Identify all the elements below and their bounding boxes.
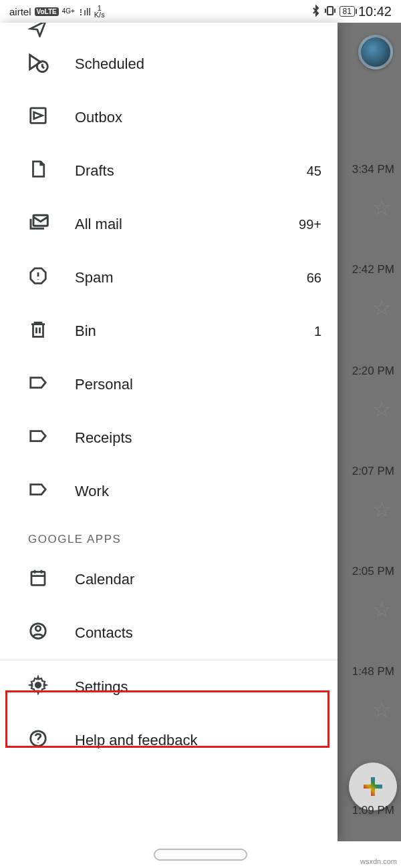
sidebar-item-label: Drafts xyxy=(75,162,307,180)
speed-unit: K/s xyxy=(94,11,105,18)
sidebar-item-count: 99+ xyxy=(299,217,321,232)
label-icon xyxy=(28,373,48,397)
sidebar-item-count: 66 xyxy=(307,270,321,286)
sidebar-item-label: All mail xyxy=(75,216,299,233)
outbox-icon xyxy=(28,105,48,130)
star-icon[interactable]: ☆ xyxy=(372,397,392,422)
status-left: airtel VoLTE 4G+ ⫶ıll 1 K/s xyxy=(9,5,105,18)
sidebar-item-label: Scheduled xyxy=(75,55,321,73)
section-header-google-apps: GOOGLE APPS xyxy=(0,518,338,553)
label-icon xyxy=(28,426,48,450)
sent-icon xyxy=(28,23,75,37)
sidebar-item-settings[interactable]: Settings xyxy=(0,660,338,714)
spam-icon xyxy=(28,266,48,290)
star-icon[interactable]: ☆ xyxy=(372,195,392,220)
status-bar: airtel VoLTE 4G+ ⫶ıll 1 K/s 81 10:42 xyxy=(0,0,401,23)
bg-time: 1:48 PM xyxy=(352,665,394,678)
sidebar-item-personal[interactable]: Personal xyxy=(0,358,338,411)
sidebar-item-calendar[interactable]: Calendar xyxy=(0,553,338,606)
sidebar-item-outbox[interactable]: Outbox xyxy=(0,91,338,144)
bg-time: 2:20 PM xyxy=(352,365,394,378)
sidebar-item-contacts[interactable]: Contacts xyxy=(0,606,338,660)
battery-indicator: 81 xyxy=(340,6,355,17)
background-inbox: 3:34 PM ☆ 2:42 PM ☆ 2:20 PM ☆ 2:07 PM ☆ … xyxy=(338,23,401,841)
bin-icon xyxy=(28,319,48,343)
calendar-icon xyxy=(28,568,48,592)
vibrate-icon xyxy=(324,5,336,19)
help-icon xyxy=(28,728,48,752)
bg-time: 2:42 PM xyxy=(352,263,394,276)
contacts-icon xyxy=(28,621,48,645)
allmail-icon xyxy=(28,212,49,237)
watermark: wsxdn.com xyxy=(360,857,397,865)
sidebar-item-sent[interactable] xyxy=(0,23,338,37)
volte-badge: VoLTE xyxy=(35,7,59,16)
sidebar-item-scheduled[interactable]: Scheduled xyxy=(0,37,338,91)
sidebar-item-count: 1 xyxy=(314,324,321,339)
bg-time: 3:34 PM xyxy=(352,163,394,176)
sidebar-item-drafts[interactable]: Drafts 45 xyxy=(0,144,338,198)
sidebar-item-receipts[interactable]: Receipts xyxy=(0,411,338,465)
sidebar-item-label: Bin xyxy=(75,322,314,340)
plus-icon xyxy=(364,777,382,796)
bg-time: 2:05 PM xyxy=(352,565,394,578)
gear-icon xyxy=(28,675,48,699)
sidebar-item-label: Calendar xyxy=(75,571,321,588)
label-icon xyxy=(28,479,48,503)
avatar[interactable] xyxy=(358,35,393,69)
bg-time: 1:09 PM xyxy=(352,804,394,817)
nav-drawer: Scheduled Outbox Drafts 45 All mail 99+ xyxy=(0,23,338,841)
sidebar-item-label: Receipts xyxy=(75,429,321,447)
sidebar-item-label: Help and feedback xyxy=(75,732,321,749)
svg-rect-4 xyxy=(31,572,45,585)
sidebar-item-label: Outbox xyxy=(75,109,321,126)
sidebar-item-label: Settings xyxy=(75,678,321,696)
star-icon[interactable]: ☆ xyxy=(372,597,392,622)
star-icon[interactable]: ☆ xyxy=(372,497,392,522)
sidebar-item-label: Contacts xyxy=(75,624,321,642)
sidebar-item-spam[interactable]: Spam 66 xyxy=(0,251,338,304)
svg-rect-0 xyxy=(327,7,333,15)
bluetooth-icon xyxy=(311,5,321,19)
sidebar-item-label: Work xyxy=(75,483,321,500)
net-gen: 4G+ xyxy=(62,8,75,15)
svg-point-7 xyxy=(35,682,41,688)
clock: 10:42 xyxy=(358,4,392,19)
nav-bar xyxy=(0,841,401,868)
bg-time: 2:07 PM xyxy=(352,465,394,478)
star-icon[interactable]: ☆ xyxy=(372,295,392,320)
carrier: airtel xyxy=(9,6,31,17)
signal-icon: ⫶ıll xyxy=(78,6,91,17)
sidebar-item-label: Personal xyxy=(75,376,321,393)
scheduled-icon xyxy=(28,51,49,77)
home-pill[interactable] xyxy=(154,849,247,861)
sidebar-item-label: Spam xyxy=(75,269,307,286)
svg-point-6 xyxy=(35,626,41,632)
star-icon[interactable]: ☆ xyxy=(372,697,392,722)
sidebar-item-bin[interactable]: Bin 1 xyxy=(0,304,338,358)
drafts-icon xyxy=(28,159,48,183)
sidebar-item-count: 45 xyxy=(307,164,321,179)
sidebar-item-work[interactable]: Work xyxy=(0,465,338,518)
status-right: 81 10:42 xyxy=(311,4,392,19)
sidebar-item-help[interactable]: Help and feedback xyxy=(0,714,338,767)
sidebar-item-allmail[interactable]: All mail 99+ xyxy=(0,198,338,251)
